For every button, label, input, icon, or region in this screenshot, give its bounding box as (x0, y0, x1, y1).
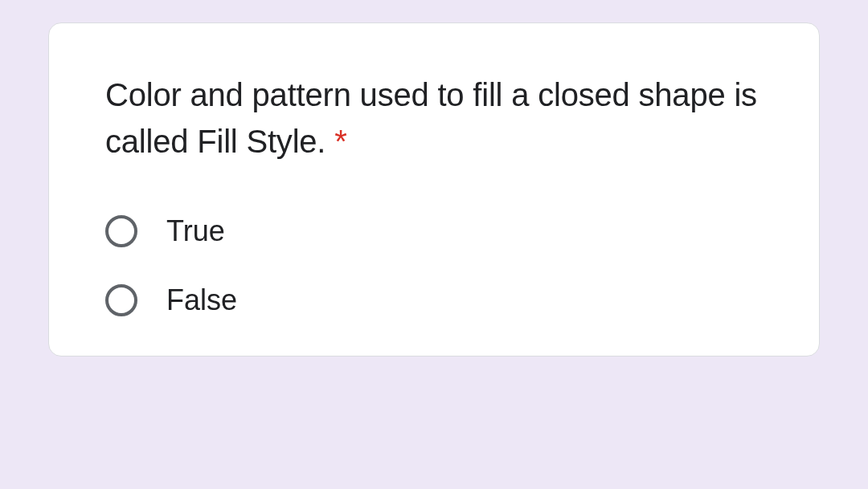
option-label: False (166, 283, 237, 317)
required-asterisk: * (334, 124, 346, 159)
question-text-content: Color and pattern used to fill a closed … (105, 77, 757, 159)
radio-icon (105, 215, 137, 247)
radio-option-true[interactable]: True (105, 214, 763, 248)
question-card: Color and pattern used to fill a closed … (48, 22, 820, 357)
radio-icon (105, 284, 137, 316)
radio-option-false[interactable]: False (105, 283, 763, 317)
options-group: True False (105, 214, 763, 317)
question-text: Color and pattern used to fill a closed … (105, 71, 763, 165)
option-label: True (166, 214, 225, 248)
